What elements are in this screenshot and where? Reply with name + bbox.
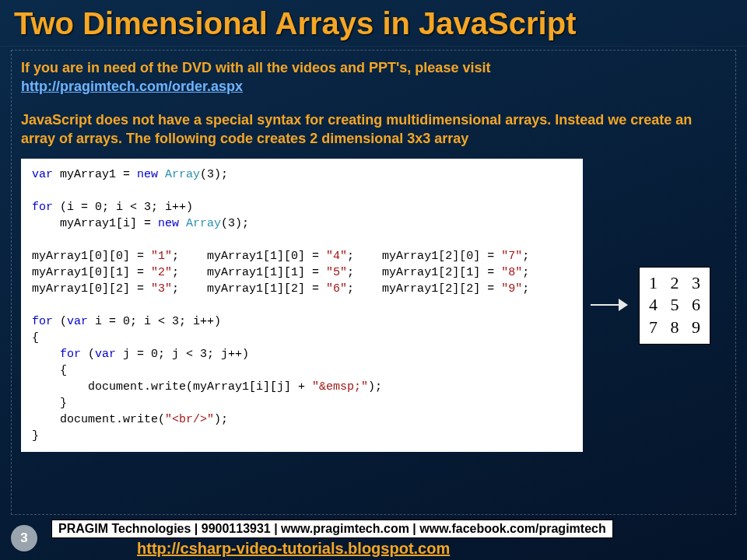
code-kw: var xyxy=(32,168,53,181)
intro-line1: If you are in need of the DVD with all t… xyxy=(21,60,490,75)
footer-info: PRAGIM Technologies | 9900113931 | www.p… xyxy=(51,520,613,538)
code-block: var myArray1 = new Array(3); for (i = 0;… xyxy=(21,159,583,452)
output-row: 7 8 9 xyxy=(649,317,700,339)
footer-link[interactable]: http://csharp-video-tutorials.blogspot.c… xyxy=(51,540,613,558)
arrow-right-icon xyxy=(591,297,628,313)
order-link[interactable]: http://pragimtech.com/order.aspx xyxy=(21,79,243,94)
intro-text: If you are in need of the DVD with all t… xyxy=(21,58,706,148)
output-box: 1 2 3 4 5 6 7 8 9 xyxy=(639,267,710,345)
footer: 3 PRAGIM Technologies | 9900113931 | www… xyxy=(0,516,747,560)
page-number: 3 xyxy=(11,525,37,551)
intro-line2c: The following code creates 2 dimensional… xyxy=(122,131,468,146)
output-row: 1 2 3 xyxy=(649,272,700,295)
arrow-wrap xyxy=(591,297,628,314)
output-row: 4 5 6 xyxy=(649,294,700,317)
slide-title: Two Dimensional Arrays in JavaScript xyxy=(0,0,747,47)
intro-line2a: JavaScript does not have a special synta… xyxy=(21,112,675,128)
content-frame: If you are in need of the DVD with all t… xyxy=(11,50,736,515)
